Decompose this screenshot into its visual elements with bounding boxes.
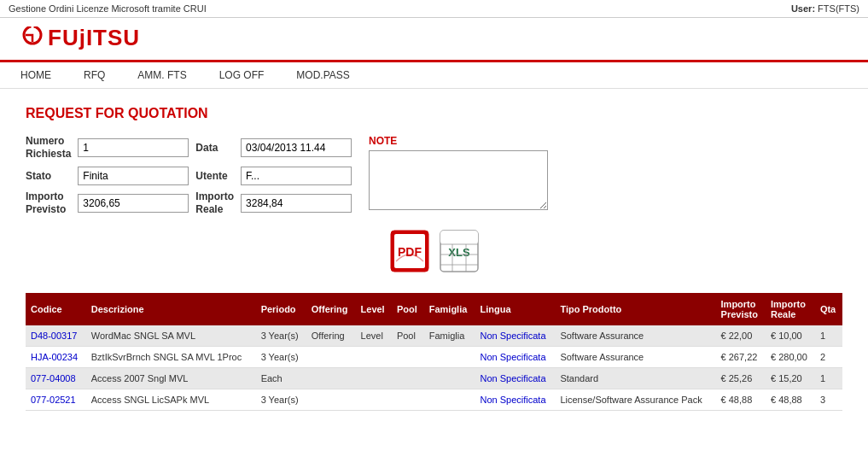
table-cell: € 48,88 xyxy=(716,389,766,410)
table-cell: € 10,00 xyxy=(766,325,815,347)
table-cell xyxy=(356,389,392,410)
table-cell: Software Assurance xyxy=(555,325,715,347)
stato-label: Stato xyxy=(26,170,71,182)
nav-modpass[interactable]: MOD.PASS xyxy=(293,67,352,83)
data-input[interactable] xyxy=(241,138,352,157)
importo-reale-input[interactable] xyxy=(241,194,352,213)
table-cell: € 267,22 xyxy=(716,346,766,367)
nav-rfq[interactable]: RFQ xyxy=(80,67,108,83)
table-cell[interactable]: Non Specificata xyxy=(475,346,555,367)
table-cell: € 280,00 xyxy=(766,346,815,367)
table-row: 077-02521Access SNGL LicSAPk MVL3 Year(s… xyxy=(26,389,842,410)
table-body: D48-00317WordMac SNGL SA MVL3 Year(s)Off… xyxy=(26,325,842,411)
user-value: FTS(FTS) xyxy=(818,3,859,14)
table-cell xyxy=(356,367,392,389)
col-pool: Pool xyxy=(392,293,424,325)
col-lingua: Lingua xyxy=(475,293,555,325)
data-label: Data xyxy=(195,142,234,154)
main-content: REQUEST FOR QUOTATION NumeroRichiesta Da… xyxy=(0,89,868,428)
note-textarea[interactable] xyxy=(369,150,548,210)
numero-input[interactable] xyxy=(78,138,189,157)
table-cell: Offering xyxy=(306,325,356,347)
table-cell: Standard xyxy=(555,367,715,389)
table-cell[interactable]: 077-04008 xyxy=(26,367,86,389)
table-cell: € 48,88 xyxy=(766,389,815,410)
note-label: NOTE xyxy=(369,135,548,147)
table-cell: 3 Year(s) xyxy=(256,346,306,367)
data-table: Codice Descrizione Periodo Offering Leve… xyxy=(26,293,842,411)
nav-home[interactable]: HOME xyxy=(17,67,55,83)
col-level: Level xyxy=(356,293,392,325)
table-cell: 2 xyxy=(815,346,842,367)
col-descrizione: Descrizione xyxy=(86,293,256,325)
table-cell: 1 xyxy=(815,367,842,389)
logo: FUjITSU xyxy=(17,25,140,51)
table-cell xyxy=(356,346,392,367)
table-cell xyxy=(424,389,475,410)
nav-amm[interactable]: AMM. FTS xyxy=(134,67,189,83)
table-cell: € 25,26 xyxy=(716,367,766,389)
table-cell xyxy=(306,367,356,389)
icons-area: PDF XLS xyxy=(26,229,842,276)
col-importo-reale: ImportoReale xyxy=(766,293,815,325)
table-cell: Famiglia xyxy=(424,325,475,347)
table-cell: 3 Year(s) xyxy=(256,389,306,410)
logo-area: FUjITSU xyxy=(0,18,868,62)
table-cell xyxy=(392,346,424,367)
top-bar: Gestione Ordini Licenze Microsoft tramit… xyxy=(0,0,868,18)
col-famiglia: Famiglia xyxy=(424,293,475,325)
table-row: HJA-00234BztIkSvrBrnch SNGL SA MVL 1Proc… xyxy=(26,346,842,367)
table-cell: Access SNGL LicSAPk MVL xyxy=(86,389,256,410)
importo-previsto-input[interactable] xyxy=(78,194,189,213)
table-cell xyxy=(392,367,424,389)
user-info: User: FTS(FTS) xyxy=(791,3,859,14)
col-importo-previsto: ImportoPrevisto xyxy=(716,293,766,325)
pdf-icon: PDF xyxy=(389,229,430,273)
table-cell xyxy=(424,346,475,367)
user-label: User: xyxy=(791,3,815,14)
utente-label: Utente xyxy=(195,170,234,182)
section-title: REQUEST FOR QUOTATION xyxy=(26,106,842,121)
app-title: Gestione Ordini Licenze Microsoft tramit… xyxy=(9,3,207,14)
table-row: D48-00317WordMac SNGL SA MVL3 Year(s)Off… xyxy=(26,325,842,347)
table-cell: License/Software Assurance Pack xyxy=(555,389,715,410)
stato-input[interactable] xyxy=(78,167,189,185)
table-cell[interactable]: Non Specificata xyxy=(475,367,555,389)
table-cell: Access 2007 Sngl MVL xyxy=(86,367,256,389)
table-cell: Pool xyxy=(392,325,424,347)
table-header: Codice Descrizione Periodo Offering Leve… xyxy=(26,293,842,325)
table-cell xyxy=(306,389,356,410)
fujitsu-icon xyxy=(17,26,48,50)
table-cell[interactable]: Non Specificata xyxy=(475,389,555,410)
table-cell[interactable]: HJA-00234 xyxy=(26,346,86,367)
importo-reale-label: ImportoReale xyxy=(195,190,234,217)
table-cell: Each xyxy=(256,367,306,389)
logo-text: FUjITSU xyxy=(48,25,140,51)
table-cell: 1 xyxy=(815,325,842,347)
svg-text:XLS: XLS xyxy=(448,246,470,259)
excel-button[interactable]: XLS xyxy=(439,229,480,276)
utente-input[interactable] xyxy=(241,167,352,185)
table-cell: 3 xyxy=(815,389,842,410)
table-row: 077-04008Access 2007 Sngl MVLEachNon Spe… xyxy=(26,367,842,389)
table-cell: € 15,20 xyxy=(766,367,815,389)
importo-previsto-label: ImportoPrevisto xyxy=(26,190,71,217)
table-cell[interactable]: Non Specificata xyxy=(475,325,555,347)
table-cell: BztIkSvrBrnch SNGL SA MVL 1Proc xyxy=(86,346,256,367)
table-cell[interactable]: D48-00317 xyxy=(26,325,86,347)
table-cell xyxy=(392,389,424,410)
table-cell[interactable]: 077-02521 xyxy=(26,389,86,410)
svg-rect-7 xyxy=(440,231,478,244)
table-cell: Level xyxy=(356,325,392,347)
col-offering: Offering xyxy=(306,293,356,325)
nav-logoff[interactable]: LOG OFF xyxy=(216,67,268,83)
col-qta: Qta xyxy=(815,293,842,325)
excel-icon: XLS xyxy=(439,229,480,273)
col-tipo-prodotto: Tipo Prodotto xyxy=(555,293,715,325)
table-cell xyxy=(306,346,356,367)
table-cell: € 22,00 xyxy=(716,325,766,347)
table-cell: Software Assurance xyxy=(555,346,715,367)
pdf-button[interactable]: PDF xyxy=(389,229,430,276)
table-cell: WordMac SNGL SA MVL xyxy=(86,325,256,347)
col-periodo: Periodo xyxy=(256,293,306,325)
